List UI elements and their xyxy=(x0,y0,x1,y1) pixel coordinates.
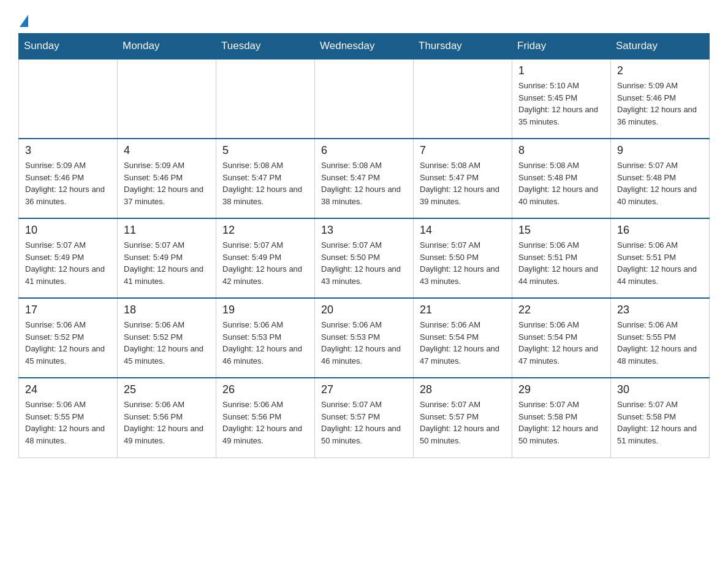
day-number: 14 xyxy=(420,224,506,237)
day-info: Sunrise: 5:06 AMSunset: 5:52 PMDaylight:… xyxy=(25,319,111,367)
calendar-cell: 29Sunrise: 5:07 AMSunset: 5:58 PMDayligh… xyxy=(512,378,611,458)
day-number: 17 xyxy=(25,304,111,316)
day-info: Sunrise: 5:07 AMSunset: 5:57 PMDaylight:… xyxy=(420,399,506,446)
calendar-cell: 2Sunrise: 5:09 AMSunset: 5:46 PMDaylight… xyxy=(611,59,710,139)
day-number: 1 xyxy=(518,64,604,77)
calendar-cell: 22Sunrise: 5:06 AMSunset: 5:54 PMDayligh… xyxy=(512,298,611,378)
day-info: Sunrise: 5:06 AMSunset: 5:52 PMDaylight:… xyxy=(124,319,210,367)
calendar-cell: 5Sunrise: 5:08 AMSunset: 5:47 PMDaylight… xyxy=(216,139,315,218)
day-number: 26 xyxy=(222,383,308,396)
calendar-cell: 17Sunrise: 5:06 AMSunset: 5:52 PMDayligh… xyxy=(19,298,118,378)
calendar-cell xyxy=(118,59,216,139)
calendar-cell: 4Sunrise: 5:09 AMSunset: 5:46 PMDaylight… xyxy=(118,139,216,218)
col-wednesday: Wednesday xyxy=(315,34,414,59)
calendar-cell: 25Sunrise: 5:06 AMSunset: 5:56 PMDayligh… xyxy=(118,378,216,458)
calendar-cell xyxy=(216,59,315,139)
day-number: 10 xyxy=(25,224,111,237)
day-number: 16 xyxy=(617,224,703,237)
day-info: Sunrise: 5:07 AMSunset: 5:49 PMDaylight:… xyxy=(222,239,308,287)
day-number: 9 xyxy=(617,144,703,157)
calendar-cell: 13Sunrise: 5:07 AMSunset: 5:50 PMDayligh… xyxy=(315,218,414,298)
day-info: Sunrise: 5:06 AMSunset: 5:54 PMDaylight:… xyxy=(518,319,604,367)
calendar-cell: 26Sunrise: 5:06 AMSunset: 5:56 PMDayligh… xyxy=(216,378,315,458)
calendar-cell xyxy=(19,59,118,139)
calendar-cell: 18Sunrise: 5:06 AMSunset: 5:52 PMDayligh… xyxy=(118,298,216,378)
day-number: 18 xyxy=(124,304,210,316)
calendar-cell: 3Sunrise: 5:09 AMSunset: 5:46 PMDaylight… xyxy=(19,139,118,218)
calendar-cell xyxy=(414,59,512,139)
calendar-cell: 20Sunrise: 5:06 AMSunset: 5:53 PMDayligh… xyxy=(315,298,414,378)
day-info: Sunrise: 5:06 AMSunset: 5:53 PMDaylight:… xyxy=(222,319,308,367)
day-info: Sunrise: 5:07 AMSunset: 5:49 PMDaylight:… xyxy=(124,239,210,287)
calendar-cell: 27Sunrise: 5:07 AMSunset: 5:57 PMDayligh… xyxy=(315,378,414,458)
day-info: Sunrise: 5:07 AMSunset: 5:50 PMDaylight:… xyxy=(420,239,506,287)
day-number: 7 xyxy=(420,144,506,157)
col-sunday: Sunday xyxy=(19,34,118,59)
calendar-header-row: Sunday Monday Tuesday Wednesday Thursday… xyxy=(19,34,710,59)
day-number: 29 xyxy=(518,383,604,396)
day-number: 22 xyxy=(518,304,604,316)
day-number: 5 xyxy=(222,144,308,157)
day-info: Sunrise: 5:09 AMSunset: 5:46 PMDaylight:… xyxy=(617,80,703,128)
day-number: 21 xyxy=(420,304,506,316)
day-number: 19 xyxy=(222,304,308,316)
day-number: 28 xyxy=(420,383,506,396)
day-info: Sunrise: 5:07 AMSunset: 5:49 PMDaylight:… xyxy=(25,239,111,287)
day-number: 25 xyxy=(124,383,210,396)
day-info: Sunrise: 5:07 AMSunset: 5:58 PMDaylight:… xyxy=(518,399,604,446)
calendar-table: Sunday Monday Tuesday Wednesday Thursday… xyxy=(18,33,710,458)
day-number: 20 xyxy=(321,304,407,316)
calendar-cell: 6Sunrise: 5:08 AMSunset: 5:47 PMDaylight… xyxy=(315,139,414,218)
day-number: 24 xyxy=(25,383,111,396)
day-number: 30 xyxy=(617,383,703,396)
calendar-cell: 8Sunrise: 5:08 AMSunset: 5:48 PMDaylight… xyxy=(512,139,611,218)
calendar-cell: 15Sunrise: 5:06 AMSunset: 5:51 PMDayligh… xyxy=(512,218,611,298)
calendar-cell: 21Sunrise: 5:06 AMSunset: 5:54 PMDayligh… xyxy=(414,298,512,378)
day-info: Sunrise: 5:06 AMSunset: 5:54 PMDaylight:… xyxy=(420,319,506,367)
day-info: Sunrise: 5:08 AMSunset: 5:47 PMDaylight:… xyxy=(222,159,308,207)
col-thursday: Thursday xyxy=(414,34,512,59)
calendar-week-3: 10Sunrise: 5:07 AMSunset: 5:49 PMDayligh… xyxy=(19,218,710,298)
calendar-cell: 28Sunrise: 5:07 AMSunset: 5:57 PMDayligh… xyxy=(414,378,512,458)
day-number: 12 xyxy=(222,224,308,237)
day-info: Sunrise: 5:06 AMSunset: 5:55 PMDaylight:… xyxy=(617,319,703,367)
day-number: 15 xyxy=(518,224,604,237)
day-info: Sunrise: 5:06 AMSunset: 5:55 PMDaylight:… xyxy=(25,399,111,446)
logo-triangle-icon xyxy=(20,15,28,27)
day-info: Sunrise: 5:06 AMSunset: 5:51 PMDaylight:… xyxy=(518,239,604,287)
day-info: Sunrise: 5:07 AMSunset: 5:58 PMDaylight:… xyxy=(617,399,703,446)
calendar-week-4: 17Sunrise: 5:06 AMSunset: 5:52 PMDayligh… xyxy=(19,298,710,378)
day-number: 6 xyxy=(321,144,407,157)
calendar-cell: 10Sunrise: 5:07 AMSunset: 5:49 PMDayligh… xyxy=(19,218,118,298)
calendar-cell: 9Sunrise: 5:07 AMSunset: 5:48 PMDaylight… xyxy=(611,139,710,218)
day-info: Sunrise: 5:07 AMSunset: 5:57 PMDaylight:… xyxy=(321,399,407,446)
calendar-cell: 11Sunrise: 5:07 AMSunset: 5:49 PMDayligh… xyxy=(118,218,216,298)
day-info: Sunrise: 5:06 AMSunset: 5:53 PMDaylight:… xyxy=(321,319,407,367)
col-saturday: Saturday xyxy=(611,34,710,59)
calendar-cell: 7Sunrise: 5:08 AMSunset: 5:47 PMDaylight… xyxy=(414,139,512,218)
calendar-week-5: 24Sunrise: 5:06 AMSunset: 5:55 PMDayligh… xyxy=(19,378,710,458)
calendar-week-2: 3Sunrise: 5:09 AMSunset: 5:46 PMDaylight… xyxy=(19,139,710,218)
col-friday: Friday xyxy=(512,34,611,59)
day-info: Sunrise: 5:08 AMSunset: 5:48 PMDaylight:… xyxy=(518,159,604,207)
logo xyxy=(18,12,28,27)
day-info: Sunrise: 5:07 AMSunset: 5:50 PMDaylight:… xyxy=(321,239,407,287)
day-info: Sunrise: 5:10 AMSunset: 5:45 PMDaylight:… xyxy=(518,80,604,128)
day-number: 2 xyxy=(617,64,703,77)
day-number: 13 xyxy=(321,224,407,237)
day-info: Sunrise: 5:06 AMSunset: 5:56 PMDaylight:… xyxy=(124,399,210,446)
calendar-cell: 24Sunrise: 5:06 AMSunset: 5:55 PMDayligh… xyxy=(19,378,118,458)
calendar-cell: 19Sunrise: 5:06 AMSunset: 5:53 PMDayligh… xyxy=(216,298,315,378)
col-tuesday: Tuesday xyxy=(216,34,315,59)
day-number: 23 xyxy=(617,304,703,316)
day-info: Sunrise: 5:09 AMSunset: 5:46 PMDaylight:… xyxy=(25,159,111,207)
day-number: 11 xyxy=(124,224,210,237)
calendar-cell: 16Sunrise: 5:06 AMSunset: 5:51 PMDayligh… xyxy=(611,218,710,298)
day-info: Sunrise: 5:06 AMSunset: 5:51 PMDaylight:… xyxy=(617,239,703,287)
calendar-cell: 30Sunrise: 5:07 AMSunset: 5:58 PMDayligh… xyxy=(611,378,710,458)
calendar-cell: 12Sunrise: 5:07 AMSunset: 5:49 PMDayligh… xyxy=(216,218,315,298)
calendar-cell: 23Sunrise: 5:06 AMSunset: 5:55 PMDayligh… xyxy=(611,298,710,378)
day-info: Sunrise: 5:06 AMSunset: 5:56 PMDaylight:… xyxy=(222,399,308,446)
day-info: Sunrise: 5:07 AMSunset: 5:48 PMDaylight:… xyxy=(617,159,703,207)
day-number: 4 xyxy=(124,144,210,157)
